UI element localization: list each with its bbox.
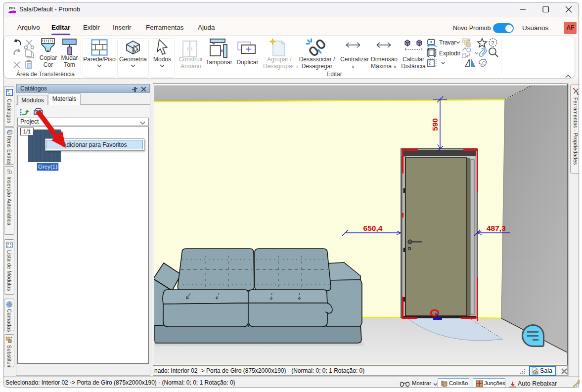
svg-text:PP+: PP+ (9, 6, 15, 10)
svg-text:650,4: 650,4 (363, 224, 383, 232)
svg-text:Explodir: Explodir (439, 50, 460, 57)
svg-text:487,3: 487,3 (487, 224, 506, 232)
svg-text:Travar: Travar (439, 39, 456, 46)
svg-text:590: 590 (431, 118, 439, 131)
svg-text:?: ? (492, 40, 494, 46)
